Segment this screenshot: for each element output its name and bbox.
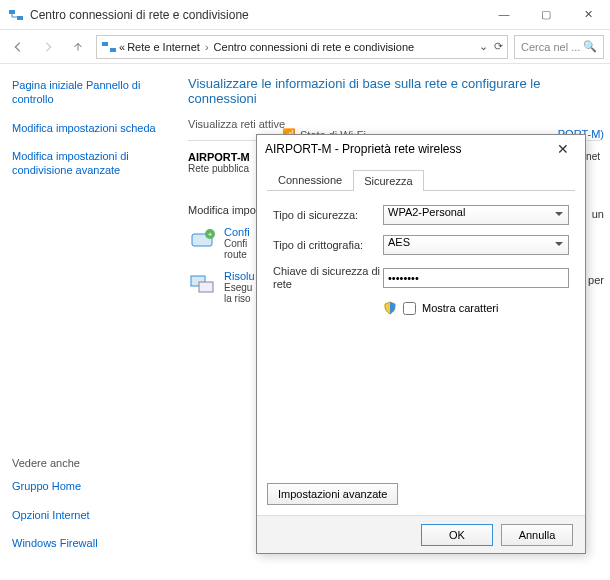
search-placeholder: Cerca nel ... <box>521 41 580 53</box>
wireless-properties-dialog: AIRPORT-M - Proprietà rete wireless ✕ Co… <box>256 134 586 554</box>
window-title: Centro connessioni di rete e condivision… <box>30 8 490 22</box>
dialog-tabs: Connessione Sicurezza <box>267 169 575 191</box>
obscured-text: un <box>592 208 604 220</box>
config-desc: Confiroute <box>224 238 250 260</box>
minimize-button[interactable]: — <box>490 8 518 21</box>
dialog-titlebar: AIRPORT-M - Proprietà rete wireless ✕ <box>257 135 585 163</box>
sidebar-inetopt-link[interactable]: Opzioni Internet <box>12 508 166 522</box>
advanced-settings-button[interactable]: Impostazioni avanzate <box>267 483 398 505</box>
breadcrumb-item[interactable]: Rete e Internet <box>127 41 200 53</box>
refresh-icon[interactable]: ⟳ <box>494 40 503 53</box>
close-button[interactable]: ✕ <box>574 8 602 21</box>
svg-rect-8 <box>199 282 213 292</box>
encryption-type-select[interactable]: AES <box>383 235 569 255</box>
breadcrumb-chevron: « <box>119 41 125 53</box>
up-button[interactable] <box>66 35 90 59</box>
config-desc: Esegula riso <box>224 282 255 304</box>
active-networks-label: Visualizza reti attive <box>188 118 600 130</box>
breadcrumb-item[interactable]: Centro connessioni di rete e condivision… <box>214 41 415 53</box>
sidebar-homegroup-link[interactable]: Gruppo Home <box>12 479 166 493</box>
tab-connection[interactable]: Connessione <box>267 169 353 190</box>
network-key-label: Chiave di sicurezza di rete <box>273 265 383 291</box>
config-link[interactable]: Risolu <box>224 270 255 282</box>
maximize-button[interactable]: ▢ <box>532 8 560 21</box>
security-type-select[interactable]: WPA2-Personal <box>383 205 569 225</box>
svg-rect-2 <box>102 42 108 46</box>
sidebar-adapter-link[interactable]: Modifica impostazioni scheda <box>12 121 166 135</box>
sidebar-sharing-link[interactable]: Modifica impostazioni di condivisione av… <box>12 149 166 178</box>
show-characters-label: Mostra caratteri <box>422 302 498 314</box>
back-button[interactable] <box>6 35 30 59</box>
navigation-bar: « Rete e Internet › Centro connessioni d… <box>0 30 610 64</box>
ok-button[interactable]: OK <box>421 524 493 546</box>
uac-shield-icon <box>383 301 397 315</box>
svg-rect-3 <box>110 48 116 52</box>
chevron-down-icon[interactable]: ⌄ <box>479 40 488 53</box>
new-connection-icon: + <box>188 226 216 254</box>
sidebar-firewall-link[interactable]: Windows Firewall <box>12 536 166 550</box>
svg-rect-0 <box>9 10 15 14</box>
dialog-footer: OK Annulla <box>257 515 585 553</box>
dialog-close-button[interactable]: ✕ <box>549 141 577 157</box>
config-link[interactable]: Confi <box>224 226 250 238</box>
tab-security[interactable]: Sicurezza <box>353 170 423 191</box>
network-center-icon <box>8 7 24 23</box>
security-type-label: Tipo di sicurezza: <box>273 209 383 221</box>
see-also-heading: Vedere anche <box>12 457 166 469</box>
search-input[interactable]: Cerca nel ... 🔍 <box>514 35 604 59</box>
network-key-input[interactable] <box>383 268 569 288</box>
cancel-button[interactable]: Annulla <box>501 524 573 546</box>
dialog-title: AIRPORT-M - Proprietà rete wireless <box>265 142 549 156</box>
window-titlebar: Centro connessioni di rete e condivision… <box>0 0 610 30</box>
chevron-right-icon: › <box>202 41 212 53</box>
sidebar: Pagina iniziale Pannello di controllo Mo… <box>0 64 178 580</box>
search-icon: 🔍 <box>583 40 597 53</box>
troubleshoot-icon <box>188 270 216 298</box>
forward-button[interactable] <box>36 35 60 59</box>
svg-text:+: + <box>208 230 213 239</box>
encryption-type-label: Tipo di crittografia: <box>273 239 383 251</box>
sidebar-home-link[interactable]: Pagina iniziale Pannello di controllo <box>12 78 166 107</box>
breadcrumb[interactable]: « Rete e Internet › Centro connessioni d… <box>96 35 508 59</box>
network-icon <box>101 39 117 55</box>
page-heading: Visualizzare le informazioni di base sul… <box>188 76 600 106</box>
show-characters-checkbox[interactable] <box>403 302 416 315</box>
